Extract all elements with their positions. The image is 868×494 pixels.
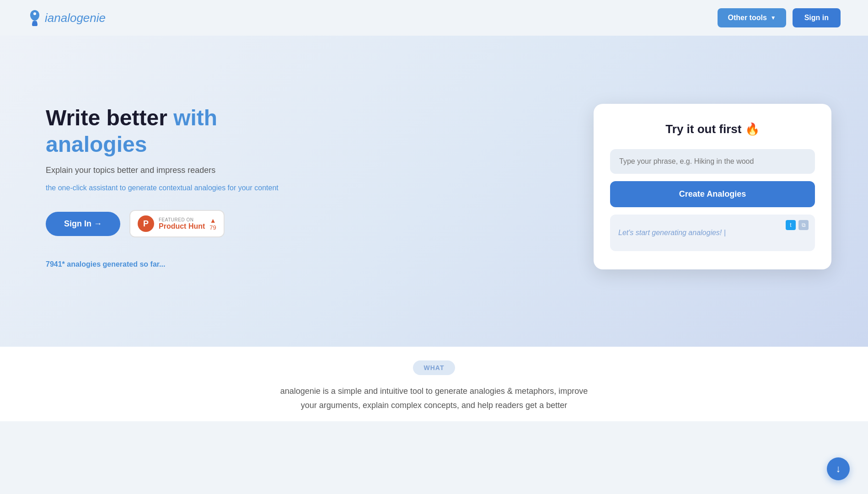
copy-icon: ⧉ — [802, 222, 806, 228]
other-tools-label: Other tools — [728, 14, 766, 22]
logo-text: ianalogenie — [45, 11, 106, 25]
create-analogies-label: Create Analogies — [679, 189, 746, 199]
signin-header-button[interactable]: Sign in — [793, 8, 841, 27]
hero-count-text: * analogies generated so far... — [62, 260, 166, 268]
try-card-title: Try it out first 🔥 — [610, 122, 815, 136]
product-hunt-icon: P — [138, 215, 154, 232]
what-description: analogenie is a simple and intuitive too… — [274, 384, 594, 412]
copy-button[interactable]: ⧉ — [798, 220, 809, 230]
output-text: Let's start generating analogies! | — [618, 229, 807, 237]
header: ianalogenie Other tools ▼ Sign in — [0, 0, 868, 36]
ph-votes-count: 79 — [209, 224, 216, 231]
hero-actions: Sign In → P FEATURED ON Product Hunt ▲ 7… — [46, 210, 311, 237]
hero-subtitle: Explain your topics better and impress r… — [46, 166, 311, 175]
logo[interactable]: ianalogenie — [27, 9, 106, 27]
twitter-icon: t — [790, 222, 791, 228]
twitter-share-button[interactable]: t — [786, 220, 796, 230]
signin-header-label: Sign in — [804, 14, 829, 21]
ph-name-label: Product Hunt — [159, 222, 205, 231]
what-section: WHAT analogenie is a simple and intuitiv… — [0, 347, 868, 421]
output-area: Let's start generating analogies! | t ⧉ — [610, 215, 815, 251]
phrase-input[interactable] — [610, 149, 815, 174]
create-analogies-button[interactable]: Create Analogies — [610, 181, 815, 207]
logo-icon — [27, 9, 42, 27]
signin-hero-button[interactable]: Sign In → — [46, 212, 120, 236]
dropdown-arrow-icon: ▼ — [771, 15, 776, 21]
hero-title-normal: Write better — [46, 106, 167, 130]
scroll-down-icon: ↓ — [836, 463, 841, 475]
product-hunt-text: FEATURED ON Product Hunt — [159, 217, 205, 231]
try-card: Try it out first 🔥 Create Analogies Let'… — [594, 104, 831, 269]
other-tools-button[interactable]: Other tools ▼ — [718, 8, 786, 27]
product-hunt-badge[interactable]: P FEATURED ON Product Hunt ▲ 79 — [129, 210, 225, 237]
scroll-button[interactable]: ↓ — [827, 457, 850, 480]
hero-count: 7941* analogies generated so far... — [46, 260, 311, 268]
hero-section: Write better with analogies Explain your… — [0, 36, 868, 347]
svg-point-0 — [33, 12, 36, 15]
ph-votes: ▲ 79 — [209, 217, 216, 231]
header-actions: Other tools ▼ Sign in — [718, 8, 841, 27]
ph-arrow-icon: ▲ — [210, 217, 216, 224]
what-badge: WHAT — [413, 360, 455, 375]
hero-count-number: 7941 — [46, 260, 62, 268]
hero-left: Write better with analogies Explain your… — [46, 105, 311, 268]
hero-title: Write better with analogies — [46, 105, 311, 157]
hero-description: the one-click assistant to generate cont… — [46, 183, 311, 193]
ph-featured-label: FEATURED ON — [159, 217, 205, 222]
signin-hero-label: Sign In → — [64, 219, 102, 229]
output-icons: t ⧉ — [786, 220, 809, 230]
